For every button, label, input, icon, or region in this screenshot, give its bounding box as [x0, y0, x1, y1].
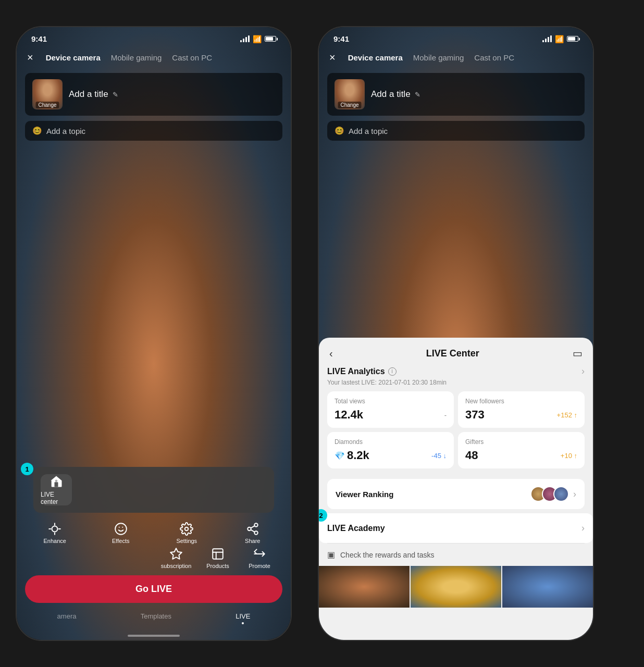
promote-icon: [253, 547, 266, 561]
nav-templates-label: Templates: [141, 612, 171, 620]
stat-diamonds-change: -45 ↓: [431, 452, 447, 460]
tab-device-camera-left[interactable]: Device camera: [46, 53, 101, 62]
toolbar-share[interactable]: Share: [237, 522, 268, 544]
step-badge-1: 1: [21, 463, 33, 475]
viewer-avatars: [530, 486, 569, 502]
stat-total-views: Total views 12.4k -: [327, 391, 454, 428]
nav-tabs-right: Device camera Mobile gaming Cast on PC: [348, 53, 514, 62]
stat-gifters: Gifters 48 +10 ↑: [458, 432, 585, 468]
tab-mobile-gaming-left[interactable]: Mobile gaming: [111, 53, 162, 62]
close-button-left[interactable]: ×: [27, 52, 33, 64]
wifi-icon-right: 📶: [555, 35, 564, 43]
sheet-back-button[interactable]: ‹: [329, 348, 333, 360]
diamond-icon: 💎: [335, 451, 345, 461]
nav-active-dot: [242, 622, 244, 624]
products-label: Products: [206, 563, 229, 569]
status-icons-right: 📶: [542, 35, 578, 43]
topic-label-right: Add a topic: [349, 127, 388, 135]
live-center-sheet: ‹ LIVE Center ▭ LIVE Analytics i › Your …: [319, 338, 593, 640]
analytics-subtitle: Your lastest LIVE: 2021-07-01 20:30 18mi…: [327, 379, 585, 386]
edit-icon-left: ✎: [113, 91, 118, 98]
change-label-left[interactable]: Change: [35, 102, 59, 108]
nav-templates[interactable]: Templates: [141, 612, 171, 624]
svg-point-2: [52, 526, 58, 532]
analytics-info-icon[interactable]: i: [388, 367, 397, 376]
stat-gifters-value: 48: [465, 449, 478, 462]
analytics-title: LIVE Analytics: [327, 367, 385, 376]
toolbar-effects[interactable]: Effects: [105, 522, 137, 544]
toolbar-row1: Enhance Effects Settings Share: [17, 519, 291, 544]
viewer-ranking-chevron: ›: [573, 489, 576, 500]
viewer-ranking[interactable]: Viewer Ranking ›: [327, 479, 585, 509]
nav-live-label: LIVE: [236, 612, 250, 620]
close-button-right[interactable]: ×: [329, 52, 336, 64]
toolbar-enhance[interactable]: Enhance: [39, 522, 70, 544]
title-text-right: Add a title ✎: [371, 89, 420, 100]
time-right: 9:41: [333, 34, 349, 43]
title-card-left[interactable]: Change Add a title ✎: [25, 73, 282, 116]
stat-diamonds: Diamonds 💎 8.2k -45 ↓: [327, 432, 454, 468]
top-nav-right: × Device camera Mobile gaming Cast on PC: [319, 47, 593, 68]
thumbnails-row: [319, 566, 593, 608]
live-academy-container: 2 LIVE Academy ›: [319, 513, 593, 543]
go-live-button[interactable]: Go LIVE: [25, 575, 282, 603]
thumbnail-1[interactable]: [319, 566, 410, 608]
stat-diamonds-label: Diamonds: [335, 438, 447, 446]
settings-label: Settings: [176, 538, 197, 544]
topic-row-left[interactable]: 😊 Add a topic: [25, 121, 282, 141]
toolbar-promote[interactable]: Promote: [244, 547, 275, 569]
live-center-icon: LIVE center: [41, 474, 72, 505]
title-card-right[interactable]: Change Add a title ✎: [327, 73, 585, 116]
stat-new-followers-value: 373: [465, 408, 485, 422]
info-label: i: [391, 368, 392, 374]
stat-new-followers-label: New followers: [465, 398, 577, 405]
svg-rect-16: [213, 549, 223, 559]
live-center-popup[interactable]: LIVE center: [33, 467, 274, 513]
tab-mobile-gaming-right[interactable]: Mobile gaming: [413, 53, 464, 62]
stat-gifters-change: +10 ↑: [561, 452, 577, 460]
sheet-camera-icon[interactable]: ▭: [573, 347, 583, 360]
toolbar-subscription[interactable]: subscription: [160, 547, 192, 569]
svg-rect-0: [55, 482, 58, 487]
left-phone: 9:41 📶 × Device camera Mobile gaming Cas…: [16, 26, 292, 641]
toolbar-row2: subscription Products Promote: [17, 544, 291, 569]
signal-icon: [240, 35, 250, 42]
toolbar-settings[interactable]: Settings: [171, 522, 202, 544]
enhance-icon: [48, 522, 61, 536]
thumbnail-2[interactable]: [411, 566, 501, 608]
enhance-label: Enhance: [44, 538, 66, 544]
change-label-right[interactable]: Change: [338, 102, 361, 108]
tab-cast-on-pc-left[interactable]: Cast on PC: [172, 53, 212, 62]
products-icon: [211, 547, 225, 561]
nav-camera[interactable]: amera: [57, 612, 77, 624]
battery-icon-right: [567, 36, 578, 42]
nav-live[interactable]: LIVE: [236, 612, 250, 624]
live-academy-row[interactable]: LIVE Academy ›: [319, 513, 593, 543]
analytics-title-row: LIVE Analytics i: [327, 367, 397, 376]
edit-icon-right: ✎: [415, 91, 420, 98]
svg-point-7: [115, 523, 127, 535]
live-center-label: LIVE center: [41, 491, 72, 505]
home-indicator-left: [128, 635, 180, 637]
stats-grid: Total views 12.4k - New followers 373 +1…: [327, 391, 585, 468]
stat-new-followers: New followers 373 +152 ↑: [458, 391, 585, 428]
live-academy-chevron: ›: [581, 523, 585, 534]
tab-cast-on-pc-right[interactable]: Cast on PC: [474, 53, 514, 62]
sheet-title: LIVE Center: [426, 348, 479, 359]
sheet-header: ‹ LIVE Center ▭: [319, 338, 593, 366]
analytics-section: LIVE Analytics i › Your lastest LIVE: 20…: [319, 366, 593, 479]
analytics-chevron[interactable]: ›: [581, 366, 585, 377]
right-phone: 9:41 📶 × Device camera Mobile gaming Cas…: [318, 26, 594, 641]
rewards-label: Check the rewards and tasks: [340, 551, 435, 559]
topic-row-right[interactable]: 😊 Add a topic: [327, 121, 585, 141]
effects-label: Effects: [112, 538, 129, 544]
tab-device-camera-right[interactable]: Device camera: [348, 53, 403, 62]
add-title-text-right: Add a title: [371, 89, 411, 99]
toolbar-products[interactable]: Products: [202, 547, 233, 569]
rewards-row[interactable]: ▣ Check the rewards and tasks: [319, 544, 593, 566]
share-icon: [246, 522, 259, 536]
thumbnail-3[interactable]: [502, 566, 593, 608]
title-text-left: Add a title ✎: [69, 89, 118, 100]
nav-camera-label: amera: [57, 612, 77, 620]
subscription-icon: [169, 547, 183, 561]
